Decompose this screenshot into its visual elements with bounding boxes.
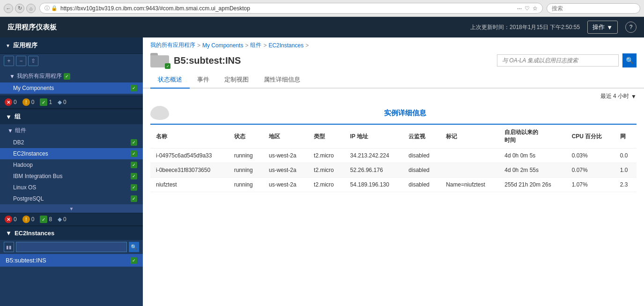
sidebar-item-postgresql[interactable]: PostgreSQL ✓ xyxy=(0,193,143,204)
tab-status-overview[interactable]: 状态概述 xyxy=(150,72,190,89)
error-value-bottom: 0 xyxy=(14,216,17,223)
apps-section-label: 应用程序 xyxy=(13,41,37,50)
diamond-icon-bottom: ◆ xyxy=(58,216,62,223)
ec2-list-item[interactable]: B5:subtest:INS ✓ xyxy=(0,254,143,267)
table-cell-8: 0.03% xyxy=(566,149,614,163)
tab-custom-label: 定制视图 xyxy=(224,76,249,83)
breadcrumb-groups[interactable]: 组件 xyxy=(250,41,261,49)
my-components-check: ✓ xyxy=(131,85,137,91)
tab-events[interactable]: 事件 xyxy=(190,72,217,89)
warn-value-top: 0 xyxy=(31,99,35,105)
sidebar-item-ec2instances[interactable]: EC2Instances ✓ xyxy=(0,148,143,159)
last-update-text: 上次更新时间：2018年1月15日 下午2:50:55 xyxy=(470,23,580,31)
breadcrumb-my-components[interactable]: My Components xyxy=(202,42,243,49)
table-cell-1: running xyxy=(229,178,263,192)
table-cell-5: disabled xyxy=(403,178,440,192)
table-cell-4: 52.26.96.176 xyxy=(345,163,403,178)
table-cell-7: 4d 0h 2m 55s xyxy=(499,163,566,178)
help-button[interactable]: ? xyxy=(625,22,637,33)
breadcrumb-my-apps[interactable]: 我的所有应用程序 xyxy=(150,41,195,49)
table-row[interactable]: niufztestrunningus-west-2at2.micro54.189… xyxy=(150,178,637,192)
warn-icon-top: ! xyxy=(22,98,30,106)
page-header-right: 🔍 xyxy=(497,53,637,67)
ok-value-bottom: 8 xyxy=(49,216,52,223)
sidebar-item-db2[interactable]: DB2 ✓ xyxy=(0,137,143,148)
my-apps-header[interactable]: ▼ 我的所有应用程序 ✓ xyxy=(0,70,143,82)
col-header-cpu: CPU 百分比 xyxy=(566,124,614,149)
breadcrumb-sep-4: > xyxy=(305,42,309,49)
col-header-tag: 标记 xyxy=(440,124,499,149)
table-cell-8: 1.07% xyxy=(566,178,614,192)
table-row[interactable]: i-04975c6ad545d9a33runningus-west-2at2.m… xyxy=(150,149,637,163)
table-cell-3: t2.micro xyxy=(308,163,344,178)
diamond-value-top: 0 xyxy=(63,99,67,105)
table-cell-8: 0.07% xyxy=(566,163,614,178)
bookmark-icon: ♡ xyxy=(525,5,530,12)
my-apps-chevron-icon: ▼ xyxy=(9,73,15,80)
ec2-search-input[interactable] xyxy=(16,242,127,252)
error-icon-bottom: ✕ xyxy=(5,216,12,223)
export-app-button[interactable]: ⇧ xyxy=(28,56,38,66)
col-header-net: 网 xyxy=(614,124,637,149)
folder-icon: ✓ xyxy=(150,53,169,68)
warning-count-bottom: ! 0 xyxy=(22,216,35,223)
groups-header[interactable]: ▼ 组 xyxy=(0,109,143,124)
ops-button[interactable]: 操作 ▼ xyxy=(587,21,618,34)
tabs-bar: 状态概述 事件 定制视图 属性详细信息 xyxy=(143,72,644,89)
ec2-section-label: EC2Instances xyxy=(15,230,54,237)
ec2-search-bar: ▮▮ 🔍 xyxy=(0,240,143,254)
table-cell-7: 255d 21h 20m 26s xyxy=(499,178,566,192)
table-cell-1: running xyxy=(229,149,263,163)
warning-count-top: ! 0 xyxy=(22,98,35,106)
table-cell-5: disabled xyxy=(403,149,440,163)
col-header-region: 地区 xyxy=(263,124,308,149)
ibm-integration-check: ✓ xyxy=(131,173,137,179)
ec2-item-label: B5:subtest:INS xyxy=(6,257,46,264)
error-icon-top: ✕ xyxy=(5,98,12,106)
section-title: 实例详细信息 xyxy=(174,109,637,118)
table-cell-0: i-04975c6ad545d9a33 xyxy=(150,149,229,163)
app-header: 应用程序仪表板 上次更新时间：2018年1月15日 下午2:50:55 操作 ▼… xyxy=(0,17,644,37)
back-button[interactable]: ← xyxy=(4,4,13,13)
pause-button[interactable]: ▮▮ xyxy=(4,242,14,252)
table-cell-3: t2.micro xyxy=(308,149,344,163)
home-button[interactable]: ⌂ xyxy=(26,4,36,13)
tab-custom-view[interactable]: 定制视图 xyxy=(217,72,256,89)
add-app-button[interactable]: + xyxy=(4,56,14,66)
search-integration-input[interactable] xyxy=(497,54,619,67)
ok-icon-top: ✓ xyxy=(40,98,47,106)
sidebar-item-ibm-integration-bus[interactable]: IBM Integration Bus ✓ xyxy=(0,171,143,182)
apps-section-header[interactable]: ▼ 应用程序 xyxy=(0,37,143,54)
table-cell-2: us-west-2a xyxy=(263,163,308,178)
subgroups-header[interactable]: ▼ 组件 xyxy=(0,124,143,137)
breadcrumb-sep-3: > xyxy=(263,42,266,49)
table-cell-9: 0.0 xyxy=(614,149,637,163)
col-header-type: 类型 xyxy=(308,124,344,149)
ec2-search-button[interactable]: 🔍 xyxy=(129,242,139,252)
diamond-icon-top: ◆ xyxy=(58,99,62,105)
db2-label: DB2 xyxy=(13,139,131,146)
tab-events-label: 事件 xyxy=(197,76,209,83)
remove-app-button[interactable]: − xyxy=(16,56,26,66)
search-icon: 🔍 xyxy=(626,57,634,64)
sidebar-item-hadoop[interactable]: Hadoop ✓ xyxy=(0,159,143,171)
browser-chrome: ← ↻ ⌂ ⓘ 🔒 https://bxv10g1bv319.cn.ibm.co… xyxy=(0,0,644,17)
time-filter[interactable]: 最近 4 小时 ▼ xyxy=(600,92,637,100)
status-bar-bottom: ✕ 0 ! 0 ✓ 8 ◆ 0 xyxy=(0,213,143,226)
search-integration-button[interactable]: 🔍 xyxy=(622,53,637,67)
content-area: 我的所有应用程序 > My Components > 组件 > EC2Insta… xyxy=(143,37,644,306)
browser-search-input[interactable] xyxy=(547,3,640,14)
ec2instances-label: EC2Instances xyxy=(13,150,131,157)
data-table: 名称 状态 地区 类型 IP 地址 云监视 标记 自启动以来的时间 CPU 百分… xyxy=(150,124,637,192)
sidebar-item-linuxos[interactable]: Linux OS ✓ xyxy=(0,182,143,193)
sidebar-item-my-components[interactable]: My Components ✓ xyxy=(0,82,143,94)
scroll-down-button[interactable]: ▼ xyxy=(0,204,143,213)
ec2-section-header[interactable]: ▼ EC2Instances xyxy=(0,226,143,240)
url-bar[interactable]: ⓘ 🔒 https://bxv10g1bv319.cn.ibm.com:9443… xyxy=(39,3,543,14)
table-row[interactable]: i-0beece31f83073650runningus-west-2at2.m… xyxy=(150,163,637,178)
breadcrumb-ec2instances[interactable]: EC2Instances xyxy=(268,42,303,49)
diamond-value-bottom: 0 xyxy=(63,216,67,223)
ok-count-bottom: ✓ 8 xyxy=(40,216,52,223)
tab-properties[interactable]: 属性详细信息 xyxy=(256,72,308,89)
refresh-button[interactable]: ↻ xyxy=(15,4,24,13)
